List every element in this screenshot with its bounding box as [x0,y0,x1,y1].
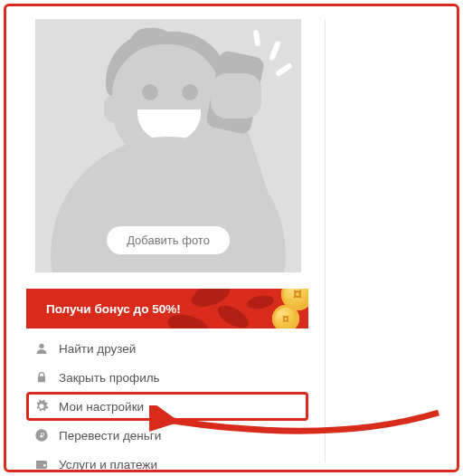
flash-icon [269,41,281,62]
svg-point-0 [39,344,43,348]
menu-item-my-settings[interactable]: Мои настройки [26,392,308,421]
menu-item-transfer-money[interactable]: ₽ Перевести деньги [26,421,308,450]
profile-panel: Добавить фото Получи бонус до 50%! ¤ ¤ Н… [26,19,308,472]
ruble-icon: ₽ [33,427,50,443]
avatar-eyes [142,84,198,99]
menu-item-label: Мои настройки [59,400,144,414]
petal-decor [246,294,275,311]
menu-item-label: Перевести деньги [59,429,161,443]
flash-icon [253,30,260,47]
wallet-icon [33,456,50,472]
svg-text:₽: ₽ [40,432,44,440]
menu-item-find-friends[interactable]: Найти друзей [26,334,308,363]
profile-menu: Найти друзей Закрыть профиль Мои настрой… [26,334,308,472]
menu-item-services[interactable]: Услуги и платежи [26,450,308,472]
avatar-hand [211,73,261,119]
menu-item-label: Найти друзей [59,342,136,356]
bonus-banner[interactable]: Получи бонус до 50%! ¤ ¤ [26,289,308,328]
lock-icon [33,369,50,386]
flash-icon [275,62,293,77]
bonus-text: Получи бонус до 50%! [46,302,181,316]
menu-item-close-profile[interactable]: Закрыть профиль [26,363,308,392]
annotation-frame: Добавить фото Получи бонус до 50%! ¤ ¤ Н… [4,4,459,472]
column-divider [325,19,326,462]
coin-icon: ¤ [272,305,299,328]
gear-icon [33,398,50,414]
menu-item-label: Услуги и платежи [59,458,157,471]
menu-item-label: Закрыть профиль [59,371,160,385]
person-icon [33,340,50,357]
add-photo-button[interactable]: Добавить фото [107,226,230,254]
avatar-placeholder[interactable]: Добавить фото [35,19,301,272]
